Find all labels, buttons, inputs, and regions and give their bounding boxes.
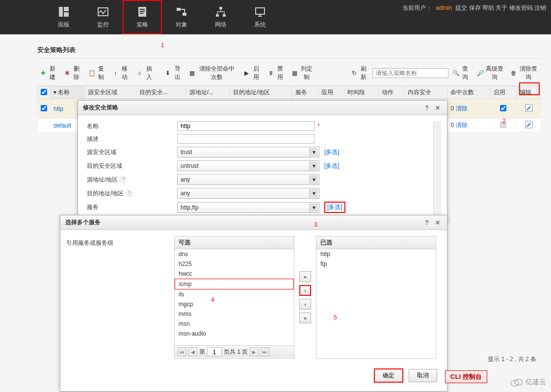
list-item[interactable]: ils — [175, 289, 294, 299]
clear-query-button[interactable]: 🗑清除查询 — [508, 64, 541, 82]
new-button[interactable]: ✚新建 — [37, 64, 60, 82]
scrollbar[interactable] — [433, 121, 441, 216]
service-select[interactable]: http,ftp▾ — [177, 202, 319, 213]
help-icon[interactable]: ? — [126, 190, 132, 197]
list-item[interactable]: http — [316, 249, 436, 259]
cancel-button[interactable]: 取消 — [409, 369, 437, 382]
nav-network[interactable]: 网络 — [201, 0, 240, 34]
last-page-button[interactable]: ⏭ — [261, 347, 269, 356]
prev-page-button[interactable]: ◀ — [188, 347, 197, 356]
refresh-button[interactable]: ↻刷新 — [348, 64, 371, 82]
multi-select-link[interactable]: [多选] — [324, 162, 340, 170]
list-item[interactable]: mgcp — [175, 299, 294, 309]
dialog-title: 选择多个服务 — [65, 218, 101, 227]
about-link[interactable]: 关于 — [496, 4, 507, 11]
enable-button[interactable]: ▶启用 — [241, 64, 264, 82]
chevron-down-icon: ▾ — [309, 203, 318, 212]
list-item[interactable]: msn — [175, 319, 294, 329]
list-item[interactable]: ftp — [316, 259, 436, 269]
help-icon[interactable]: ? — [422, 219, 431, 226]
row-checkbox[interactable] — [41, 105, 47, 111]
src-addr-select[interactable]: any▾ — [177, 174, 319, 185]
help-icon[interactable]: ? — [120, 176, 127, 183]
name-field[interactable] — [177, 121, 315, 131]
select-all-checkbox[interactable] — [41, 89, 47, 95]
col-action[interactable]: 动作 — [379, 86, 405, 99]
col-time[interactable]: 时间段 — [344, 86, 378, 99]
list-item[interactable]: mms — [175, 309, 294, 319]
dst-addr-select[interactable]: any▾ — [177, 188, 319, 199]
nav-system[interactable]: 系统 — [240, 0, 280, 34]
delete-button[interactable]: ✖删除 — [61, 64, 84, 82]
remove-one-button[interactable]: ‹ — [299, 299, 311, 310]
col-content-sec[interactable]: 内容安全 — [405, 86, 447, 99]
export-button[interactable]: ⬇导出 — [162, 64, 185, 82]
dialog-header[interactable]: 选择多个服务 ? ✕ — [60, 215, 447, 230]
logout-link[interactable]: 注销 — [534, 4, 546, 11]
nav-monitor[interactable]: 监控 — [83, 0, 123, 34]
nav-dashboard[interactable]: 面板 — [44, 0, 83, 34]
policy-name-link[interactable]: http — [53, 105, 63, 112]
network-icon — [215, 6, 227, 18]
columns-button[interactable]: ▦列定制 — [289, 64, 317, 82]
clear-hits-button[interactable]: ▦清除全部命中次数 — [186, 64, 240, 82]
submit-link[interactable]: 提交 — [455, 4, 467, 11]
nav-policy[interactable]: 策略 — [123, 0, 162, 34]
main-nav: 面板 监控 策略 对象 网络 系统 — [44, 0, 280, 34]
col-dst-addr[interactable]: 目的地址/地区 — [230, 86, 292, 99]
multi-select-link[interactable]: [多选] — [324, 148, 340, 157]
copy-button[interactable]: 📋复制 — [85, 64, 108, 82]
dst-zone-select[interactable]: untrust▾ — [177, 160, 319, 171]
enabled-checkbox[interactable] — [500, 105, 506, 111]
service-multi-select-link[interactable]: [多选] — [324, 202, 345, 213]
col-enabled[interactable]: 启用 — [490, 86, 516, 99]
desc-field[interactable] — [177, 134, 315, 144]
col-service[interactable]: 服务 — [292, 86, 318, 99]
col-src-zone[interactable]: 源安全区域 — [85, 86, 136, 99]
list-item[interactable]: msn-audio — [175, 329, 294, 339]
selected-list-body[interactable]: http ftp — [316, 249, 436, 358]
clear-hits-link[interactable]: 清除 — [456, 122, 468, 129]
change-password-link[interactable]: 修改密码 — [509, 4, 533, 11]
list-item-icmp[interactable]: icmp — [175, 279, 294, 289]
clear-hits-link[interactable]: 清除 — [456, 105, 468, 112]
close-icon[interactable]: ✕ — [433, 105, 442, 111]
save-link[interactable]: 保存 — [469, 4, 481, 11]
help-link[interactable]: 帮助 — [482, 4, 494, 11]
col-src-addr[interactable]: 源地址/... — [186, 86, 230, 99]
col-name[interactable]: ▾ 名称 — [51, 86, 85, 99]
annotation-box — [519, 82, 540, 95]
list-item[interactable]: dns — [175, 249, 294, 259]
next-page-button[interactable]: ▶ — [250, 347, 259, 356]
available-list-body[interactable]: dns h225 hwcc icmp ils mgcp mms msn msn-… — [175, 249, 294, 345]
col-hits[interactable]: 命中次数 — [447, 86, 490, 99]
src-zone-select[interactable]: trust▾ — [177, 147, 319, 157]
query-button[interactable]: 🔍查询 — [449, 64, 472, 82]
insert-button[interactable]: ⎀插入 — [134, 64, 157, 82]
adv-query-button[interactable]: 🔎高级查询 — [474, 64, 507, 82]
delete-icon: ✖ — [64, 70, 70, 77]
first-page-button[interactable]: ⏮ — [178, 347, 186, 356]
edit-icon[interactable] — [525, 104, 533, 112]
move-button[interactable]: ↕移动 — [109, 64, 132, 82]
policy-name-link[interactable]: default — [53, 122, 71, 129]
nav-object[interactable]: 对象 — [162, 0, 201, 34]
add-all-button[interactable]: » — [299, 271, 311, 282]
dialog-header[interactable]: 修改安全策略 ? ✕ — [78, 101, 447, 115]
list-item[interactable]: h225 — [175, 259, 294, 269]
chevron-down-icon: ▾ — [309, 189, 318, 198]
col-app[interactable]: 应用 — [318, 86, 344, 99]
disable-button[interactable]: ⏸禁用 — [265, 64, 288, 82]
col-dst-zone[interactable]: 目的安全... — [136, 86, 186, 99]
add-one-button[interactable]: › — [299, 285, 311, 296]
col-checkbox[interactable] — [38, 86, 51, 99]
close-icon[interactable]: ✕ — [433, 219, 442, 226]
edit-icon[interactable] — [525, 121, 533, 129]
help-icon[interactable]: ? — [422, 105, 431, 111]
ok-button[interactable]: 确定 — [374, 368, 403, 383]
remove-all-button[interactable]: « — [299, 313, 311, 323]
search-input[interactable] — [372, 68, 448, 78]
cli-console-button[interactable]: CLI 控制台 — [445, 370, 487, 383]
list-item[interactable]: hwcc — [175, 269, 294, 279]
page-input[interactable] — [207, 347, 222, 356]
